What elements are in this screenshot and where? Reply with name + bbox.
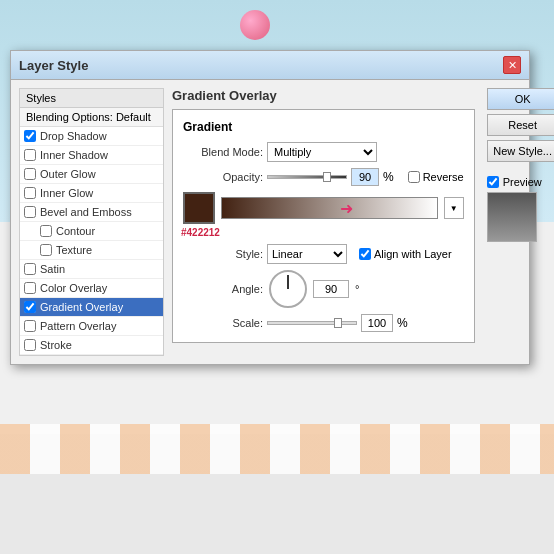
scale-label: Scale: [183, 317, 263, 329]
preview-checkbox[interactable] [487, 176, 499, 188]
styles-header: Styles [20, 89, 163, 108]
gradient-box: Gradient Blend Mode: Multiply Normal Scr… [172, 109, 475, 343]
angle-dial[interactable] [269, 270, 307, 308]
scale-slider[interactable] [267, 321, 357, 325]
color-overlay-label: Color Overlay [40, 282, 107, 294]
blending-options-item[interactable]: Blending Options: Default [20, 108, 163, 127]
bevel-emboss-checkbox[interactable] [24, 206, 36, 218]
opacity-row: Opacity: % Reverse [183, 168, 464, 186]
texture-checkbox[interactable] [40, 244, 52, 256]
contour-label: Contour [56, 225, 95, 237]
stroke-label: Stroke [40, 339, 72, 351]
buttons-panel: OK Reset New Style... Preview [487, 88, 554, 356]
reverse-checkbox[interactable] [408, 171, 420, 183]
color-overlay-checkbox[interactable] [24, 282, 36, 294]
gradient-overlay-label: Gradient Overlay [40, 301, 123, 313]
layer-item-pattern-overlay[interactable]: Pattern Overlay [20, 317, 163, 336]
scale-thumb[interactable] [334, 318, 342, 328]
opacity-input[interactable] [351, 168, 379, 186]
layer-item-inner-glow[interactable]: Inner Glow [20, 184, 163, 203]
layer-item-bevel-emboss[interactable]: Bevel and Emboss [20, 203, 163, 222]
layer-item-texture[interactable]: Texture [20, 241, 163, 260]
preview-label-row: Preview [487, 176, 554, 188]
gradient-subtitle: Gradient [183, 120, 464, 134]
decorative-ball [240, 10, 270, 40]
drop-shadow-checkbox[interactable] [24, 130, 36, 142]
close-button[interactable]: ✕ [503, 56, 521, 74]
main-panel: Gradient Overlay Gradient Blend Mode: Mu… [172, 88, 475, 356]
texture-label: Texture [56, 244, 92, 256]
dialog-body: Styles Blending Options: Default Drop Sh… [11, 80, 529, 364]
opacity-slider[interactable] [267, 175, 347, 179]
angle-label: Angle: [183, 283, 263, 295]
pattern-overlay-label: Pattern Overlay [40, 320, 116, 332]
left-panel: Styles Blending Options: Default Drop Sh… [19, 88, 164, 356]
layer-item-contour[interactable]: Contour [20, 222, 163, 241]
color-swatch[interactable]: #422212 [183, 192, 215, 224]
awning [0, 424, 554, 474]
blend-mode-row: Blend Mode: Multiply Normal Screen [183, 142, 464, 162]
layer-item-outer-glow[interactable]: Outer Glow [20, 165, 163, 184]
layer-item-color-overlay[interactable]: Color Overlay [20, 279, 163, 298]
gradient-bar[interactable] [221, 197, 438, 219]
preview-section: Preview [487, 176, 554, 242]
section-title: Gradient Overlay [172, 88, 475, 103]
dialog-titlebar: Layer Style ✕ [11, 51, 529, 80]
ok-button[interactable]: OK [487, 88, 554, 110]
stroke-checkbox[interactable] [24, 339, 36, 351]
preview-label-text: Preview [503, 176, 542, 188]
gradient-arrow-icon: ➜ [340, 199, 353, 218]
inner-glow-label: Inner Glow [40, 187, 93, 199]
angle-input[interactable] [313, 280, 349, 298]
dial-hand [287, 275, 289, 289]
preview-thumbnail [487, 192, 537, 242]
contour-checkbox[interactable] [40, 225, 52, 237]
inner-glow-checkbox[interactable] [24, 187, 36, 199]
align-with-layer-label: Align with Layer [374, 248, 452, 260]
scale-input[interactable] [361, 314, 393, 332]
opacity-label: Opacity: [183, 171, 263, 183]
reverse-row: Reverse [408, 171, 464, 183]
style-select[interactable]: Linear Radial Angle [267, 244, 347, 264]
outer-glow-checkbox[interactable] [24, 168, 36, 180]
drop-shadow-label: Drop Shadow [40, 130, 107, 142]
opacity-thumb[interactable] [323, 172, 331, 182]
layer-item-inner-shadow[interactable]: Inner Shadow [20, 146, 163, 165]
align-with-layer-row: Align with Layer [359, 248, 452, 260]
outer-glow-label: Outer Glow [40, 168, 96, 180]
new-style-button[interactable]: New Style... [487, 140, 554, 162]
opacity-percent: % [383, 170, 394, 184]
angle-row: Angle: ° [183, 270, 464, 308]
gradient-strip-row: #422212 ➜ ▼ [183, 192, 464, 224]
inner-shadow-label: Inner Shadow [40, 149, 108, 161]
reset-button[interactable]: Reset [487, 114, 554, 136]
layer-style-dialog: Layer Style ✕ Styles Blending Options: D… [10, 50, 530, 365]
layer-item-gradient-overlay[interactable]: Gradient Overlay [20, 298, 163, 317]
degree-symbol: ° [355, 283, 359, 295]
layer-item-satin[interactable]: Satin [20, 260, 163, 279]
color-hex-label: #422212 [181, 227, 220, 238]
pattern-overlay-checkbox[interactable] [24, 320, 36, 332]
gradient-bar-container: ➜ [221, 197, 438, 219]
blend-mode-select[interactable]: Multiply Normal Screen [267, 142, 377, 162]
layer-item-stroke[interactable]: Stroke [20, 336, 163, 355]
satin-label: Satin [40, 263, 65, 275]
align-with-layer-checkbox[interactable] [359, 248, 371, 260]
satin-checkbox[interactable] [24, 263, 36, 275]
gradient-overlay-checkbox[interactable] [24, 301, 36, 313]
style-label: Style: [183, 248, 263, 260]
gradient-dropdown-button[interactable]: ▼ [444, 197, 464, 219]
bevel-emboss-label: Bevel and Emboss [40, 206, 132, 218]
scale-row: Scale: % [183, 314, 464, 332]
dialog-title: Layer Style [19, 58, 88, 73]
layer-item-drop-shadow[interactable]: Drop Shadow [20, 127, 163, 146]
style-row: Style: Linear Radial Angle Align with La… [183, 244, 464, 264]
blend-mode-label: Blend Mode: [183, 146, 263, 158]
inner-shadow-checkbox[interactable] [24, 149, 36, 161]
reverse-label: Reverse [423, 171, 464, 183]
scale-percent: % [397, 316, 408, 330]
